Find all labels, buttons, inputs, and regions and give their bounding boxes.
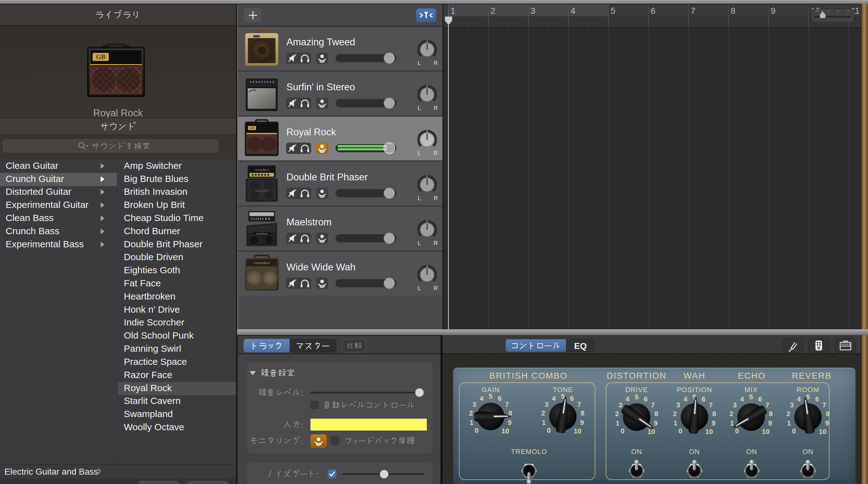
svg-text:GarageBand: GarageBand	[254, 168, 269, 171]
svg-text:GB: GB	[250, 126, 254, 130]
svg-text:GarageBand: GarageBand	[255, 189, 268, 192]
svg-text:GarageBand: GarageBand	[254, 261, 270, 265]
svg-text:GB: GB	[96, 53, 105, 61]
svg-text:GarageBand: GarageBand	[256, 233, 268, 235]
